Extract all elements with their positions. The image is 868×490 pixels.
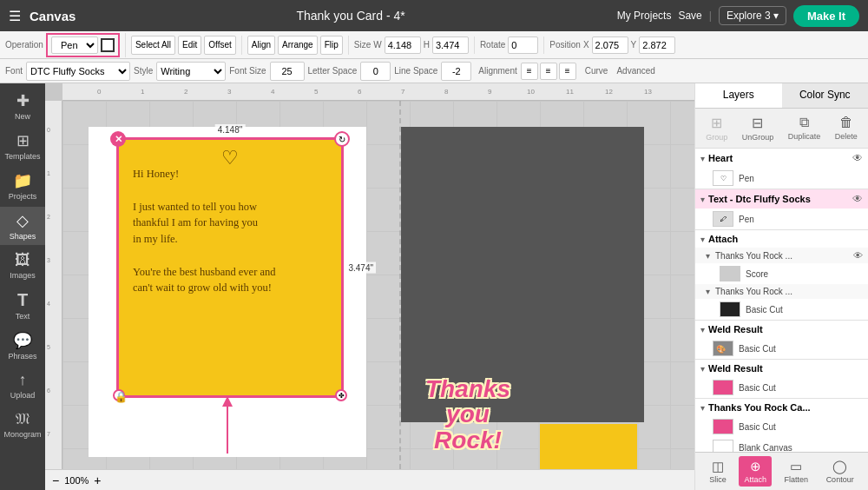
operation-label: Operation bbox=[5, 40, 43, 50]
layer-header-text[interactable]: ▾ Text - Dtc Fluffy Socks 👁 bbox=[695, 189, 868, 209]
group-button[interactable]: ⊞ Group bbox=[703, 112, 730, 144]
sidebar-item-projects[interactable]: 📁 Projects bbox=[0, 167, 45, 205]
operation-square-icon[interactable] bbox=[101, 38, 115, 52]
eye-thanks1-icon[interactable]: 👁 bbox=[853, 250, 863, 261]
edit-button[interactable]: Edit bbox=[178, 36, 201, 55]
layer-header-thanks-ca[interactable]: ▾ Thanks You Rock Ca... bbox=[695, 399, 868, 416]
chevron-heart-icon: ▾ bbox=[700, 154, 705, 163]
monogram-icon: 𝔐 bbox=[16, 410, 30, 428]
height-input[interactable] bbox=[432, 36, 469, 54]
layer-sub-thanks-2[interactable]: ▾ Thanks You Rock ... bbox=[695, 284, 868, 299]
layer-group-text: ▾ Text - Dtc Fluffy Socks 👁 🖊 Pen bbox=[695, 189, 868, 230]
tab-color-sync[interactable]: Color Sync bbox=[782, 83, 869, 108]
thanks-ca-basic-name: Basic Cut bbox=[739, 422, 863, 432]
layer-item-blank-canvas[interactable]: Blank Canvas bbox=[695, 437, 868, 452]
width-input[interactable] bbox=[385, 36, 421, 54]
x-input[interactable] bbox=[592, 36, 628, 54]
layer-header-attach[interactable]: ▾ Attach bbox=[695, 230, 868, 248]
layer-item-heart-pen[interactable]: ♡ Pen bbox=[695, 168, 868, 189]
zoom-level: 100% bbox=[64, 475, 89, 486]
sidebar-item-phrases[interactable]: 💬 Phrases bbox=[0, 327, 45, 365]
align-right-button[interactable]: ≡ bbox=[559, 63, 576, 80]
chevron-thanks1-icon: ▾ bbox=[706, 251, 710, 261]
flatten-label: Flatten bbox=[785, 475, 809, 484]
tab-layers[interactable]: Layers bbox=[695, 83, 782, 108]
y-input[interactable] bbox=[639, 36, 675, 54]
layer-name-heart: Heart bbox=[708, 153, 849, 163]
style-select[interactable]: Writing bbox=[156, 62, 226, 81]
attach-button[interactable]: ⊕ Attach bbox=[739, 456, 772, 487]
layer-item-basic-cut-1[interactable]: Basic Cut bbox=[695, 299, 868, 320]
font-size-input[interactable] bbox=[270, 62, 305, 81]
upload-icon: ↑ bbox=[19, 371, 27, 389]
sidebar-item-upload[interactable]: ↑ Upload bbox=[0, 367, 45, 404]
zoom-in-button[interactable]: + bbox=[94, 473, 101, 487]
eye-text-icon[interactable]: 👁 bbox=[852, 193, 863, 205]
save-button[interactable]: Save bbox=[678, 10, 701, 22]
explore-button[interactable]: Explore 3 ▾ bbox=[719, 6, 786, 25]
delete-button[interactable]: 🗑 Delete bbox=[832, 112, 860, 144]
layer-item-thanks-ca-basic[interactable]: Basic Cut bbox=[695, 416, 868, 437]
delete-handle[interactable]: ✕ bbox=[110, 131, 126, 147]
chevron-thanksca-icon: ▾ bbox=[700, 403, 705, 413]
ungroup-button[interactable]: ⊟ UnGroup bbox=[740, 112, 777, 144]
duplicate-button[interactable]: ⧉ Duplicate bbox=[786, 112, 824, 144]
canvas-background[interactable]: ✕ ↻ 🔒 ✤ 4.148" 3.474" Hi Honey! I just w… bbox=[62, 101, 694, 469]
slice-label: Slice bbox=[709, 475, 727, 484]
resize-handle-br[interactable]: ✤ bbox=[335, 389, 347, 401]
make-it-button[interactable]: Make It bbox=[793, 5, 859, 27]
layer-header-weld-2[interactable]: ▾ Weld Result bbox=[695, 360, 868, 377]
layer-item-text-pen[interactable]: 🖊 Pen bbox=[695, 209, 868, 229]
text-pen-name: Pen bbox=[739, 215, 863, 224]
yellow-card[interactable]: ✕ ↻ 🔒 ✤ 4.148" 3.474" Hi Honey! I just w… bbox=[116, 137, 344, 398]
offset-button[interactable]: Offset bbox=[204, 36, 236, 55]
slice-button[interactable]: ◫ Slice bbox=[704, 456, 732, 487]
canvas-area[interactable]: 0 1 2 3 4 5 6 7 8 9 10 11 12 13 0 1 2 3 … bbox=[45, 83, 694, 490]
layer-header-heart[interactable]: ▾ Heart 👁 bbox=[695, 149, 868, 168]
layer-item-score[interactable]: Score bbox=[695, 263, 868, 284]
menu-icon[interactable]: ☰ bbox=[9, 8, 21, 24]
flatten-button[interactable]: ▭ Flatten bbox=[779, 456, 814, 487]
weld-basic-2-thumb bbox=[713, 380, 733, 395]
operation-box: Pen bbox=[46, 33, 120, 57]
weld-basic-1-thumb: 🎨 bbox=[713, 341, 733, 356]
weld-basic-1-name: Basic Cut bbox=[739, 344, 863, 354]
slice-icon: ◫ bbox=[712, 459, 724, 474]
thanks-rock-2-name: Thanks You Rock ... bbox=[715, 287, 863, 296]
sidebar-item-shapes[interactable]: ◇ Shapes bbox=[0, 207, 45, 245]
sidebar-item-new[interactable]: ✚ New bbox=[0, 87, 45, 125]
layer-item-weld-basic-2[interactable]: Basic Cut bbox=[695, 377, 868, 398]
select-all-button[interactable]: Select All bbox=[131, 36, 175, 55]
sidebar-item-monogram[interactable]: 𝔐 Monogram bbox=[0, 406, 45, 443]
rotate-handle[interactable]: ↻ bbox=[334, 131, 350, 147]
sidebar-item-templates[interactable]: ⊞ Templates bbox=[0, 127, 45, 165]
align-center-button[interactable]: ≡ bbox=[540, 63, 557, 80]
sidebar-item-images[interactable]: 🖼 Images bbox=[0, 247, 45, 284]
layer-name-thanks-ca: Thanks You Rock Ca... bbox=[708, 402, 863, 413]
layer-header-weld-1[interactable]: ▾ Weld Result bbox=[695, 321, 868, 338]
position-label: Position bbox=[549, 40, 581, 50]
operation-select[interactable]: Pen bbox=[51, 36, 98, 54]
font-select[interactable]: DTC Fluffy Socks bbox=[26, 62, 130, 81]
resize-handle-bl[interactable]: 🔒 bbox=[113, 389, 125, 401]
alignment-label: Alignment bbox=[478, 66, 516, 76]
sidebar-item-text[interactable]: T Text bbox=[0, 286, 45, 325]
weld-basic-2-name: Basic Cut bbox=[739, 383, 863, 393]
align-left-button[interactable]: ≡ bbox=[521, 63, 538, 80]
flip-button[interactable]: Flip bbox=[320, 36, 343, 55]
basic-cut-1-name: Basic Cut bbox=[746, 305, 863, 315]
layer-sub-thanks-1[interactable]: ▾ Thanks You Rock ... 👁 bbox=[695, 248, 868, 263]
yellow-card-2 bbox=[538, 422, 639, 469]
letter-space-input[interactable] bbox=[360, 62, 391, 81]
line-space-input[interactable] bbox=[441, 62, 471, 81]
zoom-out-button[interactable]: − bbox=[52, 473, 59, 487]
contour-button[interactable]: ◯ Contour bbox=[821, 456, 859, 487]
thanks-sticker[interactable]: ThanksyouRock! bbox=[404, 358, 531, 469]
arrange-button[interactable]: Arrange bbox=[278, 36, 318, 55]
my-projects-button[interactable]: My Projects bbox=[617, 10, 672, 22]
chevron-attach-icon: ▾ bbox=[700, 235, 705, 244]
layer-item-weld-basic-1[interactable]: 🎨 Basic Cut bbox=[695, 338, 868, 359]
align-button[interactable]: Align bbox=[247, 36, 275, 55]
eye-heart-icon[interactable]: 👁 bbox=[852, 152, 863, 164]
rotate-input[interactable] bbox=[508, 36, 538, 54]
